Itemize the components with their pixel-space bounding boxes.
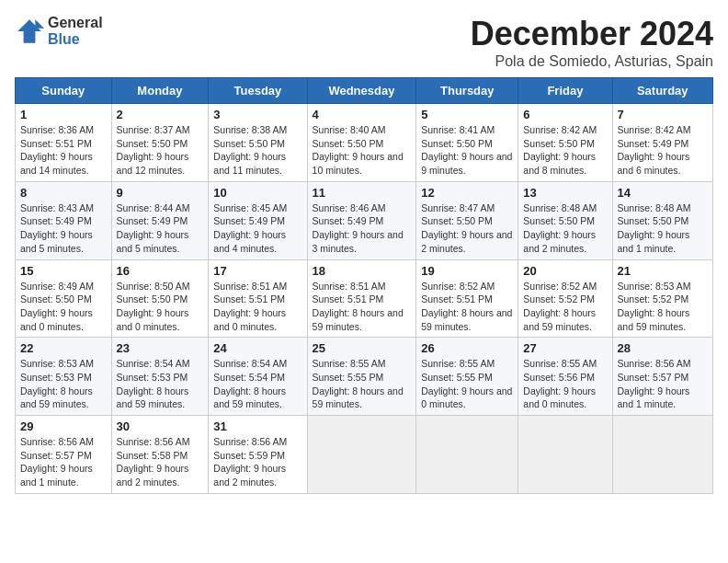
day-cell: 23 Sunrise: 8:54 AMSunset: 5:53 PMDaylig…: [111, 338, 209, 416]
day-info: Sunrise: 8:54 AMSunset: 5:53 PMDaylight:…: [117, 358, 190, 409]
day-number: 31: [213, 419, 301, 433]
day-info: Sunrise: 8:54 AMSunset: 5:54 PMDaylight:…: [213, 358, 287, 409]
day-cell: 30 Sunrise: 8:56 AMSunset: 5:58 PMDaylig…: [111, 416, 209, 494]
day-cell: [416, 416, 518, 494]
day-info: Sunrise: 8:43 AMSunset: 5:49 PMDaylight:…: [20, 202, 94, 254]
day-number: 30: [117, 419, 204, 433]
day-info: Sunrise: 8:53 AMSunset: 5:52 PMDaylight:…: [618, 281, 691, 332]
header-cell-wednesday: Wednesday: [307, 78, 416, 104]
day-info: Sunrise: 8:38 AMSunset: 5:50 PMDaylight:…: [213, 124, 287, 176]
day-cell: 13 Sunrise: 8:48 AMSunset: 5:50 PMDaylig…: [518, 181, 612, 259]
day-number: 14: [618, 186, 708, 200]
header: General Blue December 2024 Pola de Somie…: [15, 15, 713, 70]
day-cell: 3 Sunrise: 8:38 AMSunset: 5:50 PMDayligh…: [209, 104, 307, 182]
day-info: Sunrise: 8:52 AMSunset: 5:52 PMDaylight:…: [523, 281, 597, 332]
day-cell: 26 Sunrise: 8:55 AMSunset: 5:55 PMDaylig…: [416, 338, 518, 416]
day-info: Sunrise: 8:56 AMSunset: 5:57 PMDaylight:…: [618, 358, 691, 409]
header-cell-thursday: Thursday: [416, 78, 518, 104]
day-info: Sunrise: 8:55 AMSunset: 5:55 PMDaylight:…: [421, 358, 512, 409]
day-cell: 27 Sunrise: 8:55 AMSunset: 5:56 PMDaylig…: [518, 338, 612, 416]
logo: General Blue: [15, 15, 103, 48]
day-cell: 29 Sunrise: 8:56 AMSunset: 5:57 PMDaylig…: [16, 416, 112, 494]
day-number: 5: [421, 108, 513, 121]
day-number: 23: [117, 341, 204, 355]
title-area: December 2024 Pola de Somiedo, Asturias,…: [471, 15, 713, 70]
day-number: 24: [213, 341, 301, 355]
day-cell: [518, 416, 612, 494]
day-info: Sunrise: 8:50 AMSunset: 5:50 PMDaylight:…: [117, 281, 190, 332]
month-title: December 2024: [471, 15, 713, 53]
header-cell-tuesday: Tuesday: [209, 78, 307, 104]
day-number: 12: [421, 186, 513, 200]
day-cell: 17 Sunrise: 8:51 AMSunset: 5:51 PMDaylig…: [209, 259, 307, 338]
week-row-5: 29 Sunrise: 8:56 AMSunset: 5:57 PMDaylig…: [16, 416, 713, 494]
day-cell: 8 Sunrise: 8:43 AMSunset: 5:49 PMDayligh…: [16, 181, 112, 259]
location-title: Pola de Somiedo, Asturias, Spain: [471, 53, 713, 70]
logo-text: General Blue: [48, 15, 103, 48]
day-number: 3: [213, 108, 301, 121]
day-number: 21: [618, 264, 708, 278]
calendar-body: 1 Sunrise: 8:36 AMSunset: 5:51 PMDayligh…: [16, 104, 713, 494]
day-number: 11: [313, 186, 412, 200]
day-number: 1: [20, 108, 107, 121]
week-row-4: 22 Sunrise: 8:53 AMSunset: 5:53 PMDaylig…: [16, 338, 713, 416]
day-info: Sunrise: 8:55 AMSunset: 5:55 PMDaylight:…: [313, 358, 404, 409]
day-info: Sunrise: 8:48 AMSunset: 5:50 PMDaylight:…: [618, 202, 691, 254]
day-number: 9: [117, 186, 204, 200]
calendar-header: SundayMondayTuesdayWednesdayThursdayFrid…: [16, 78, 713, 104]
day-number: 4: [313, 108, 412, 121]
day-cell: 16 Sunrise: 8:50 AMSunset: 5:50 PMDaylig…: [111, 259, 209, 338]
day-cell: 22 Sunrise: 8:53 AMSunset: 5:53 PMDaylig…: [16, 338, 112, 416]
day-cell: 20 Sunrise: 8:52 AMSunset: 5:52 PMDaylig…: [518, 259, 612, 338]
logo-icon: [15, 17, 44, 46]
day-cell: 15 Sunrise: 8:49 AMSunset: 5:50 PMDaylig…: [16, 259, 112, 338]
day-cell: 1 Sunrise: 8:36 AMSunset: 5:51 PMDayligh…: [16, 104, 112, 182]
day-info: Sunrise: 8:42 AMSunset: 5:49 PMDaylight:…: [618, 124, 691, 176]
day-number: 18: [313, 264, 412, 278]
day-info: Sunrise: 8:49 AMSunset: 5:50 PMDaylight:…: [20, 281, 94, 332]
day-number: 25: [313, 341, 412, 355]
calendar-table: SundayMondayTuesdayWednesdayThursdayFrid…: [15, 77, 713, 494]
day-number: 28: [618, 341, 708, 355]
day-cell: 5 Sunrise: 8:41 AMSunset: 5:50 PMDayligh…: [416, 104, 518, 182]
day-info: Sunrise: 8:56 AMSunset: 5:58 PMDaylight:…: [117, 436, 190, 488]
header-cell-sunday: Sunday: [16, 78, 112, 104]
day-number: 2: [117, 108, 204, 121]
day-info: Sunrise: 8:52 AMSunset: 5:51 PMDaylight:…: [421, 281, 512, 332]
day-cell: 25 Sunrise: 8:55 AMSunset: 5:55 PMDaylig…: [307, 338, 416, 416]
day-cell: 10 Sunrise: 8:45 AMSunset: 5:49 PMDaylig…: [209, 181, 307, 259]
week-row-2: 8 Sunrise: 8:43 AMSunset: 5:49 PMDayligh…: [16, 181, 713, 259]
day-number: 6: [523, 108, 607, 121]
day-cell: 14 Sunrise: 8:48 AMSunset: 5:50 PMDaylig…: [612, 181, 712, 259]
day-info: Sunrise: 8:51 AMSunset: 5:51 PMDaylight:…: [313, 281, 404, 332]
day-info: Sunrise: 8:47 AMSunset: 5:50 PMDaylight:…: [421, 202, 512, 254]
day-cell: 24 Sunrise: 8:54 AMSunset: 5:54 PMDaylig…: [209, 338, 307, 416]
day-number: 19: [421, 264, 513, 278]
day-cell: 12 Sunrise: 8:47 AMSunset: 5:50 PMDaylig…: [416, 181, 518, 259]
day-number: 17: [213, 264, 301, 278]
day-info: Sunrise: 8:56 AMSunset: 5:57 PMDaylight:…: [20, 436, 94, 488]
day-cell: 31 Sunrise: 8:56 AMSunset: 5:59 PMDaylig…: [209, 416, 307, 494]
day-number: 8: [20, 186, 107, 200]
day-cell: [612, 416, 712, 494]
day-cell: 28 Sunrise: 8:56 AMSunset: 5:57 PMDaylig…: [612, 338, 712, 416]
day-info: Sunrise: 8:51 AMSunset: 5:51 PMDaylight:…: [213, 281, 287, 332]
header-cell-monday: Monday: [111, 78, 209, 104]
day-number: 26: [421, 341, 513, 355]
day-info: Sunrise: 8:40 AMSunset: 5:50 PMDaylight:…: [313, 124, 404, 176]
header-cell-friday: Friday: [518, 78, 612, 104]
week-row-1: 1 Sunrise: 8:36 AMSunset: 5:51 PMDayligh…: [16, 104, 713, 182]
day-info: Sunrise: 8:55 AMSunset: 5:56 PMDaylight:…: [523, 358, 597, 409]
day-number: 15: [20, 264, 107, 278]
svg-marker-1: [35, 19, 44, 29]
day-number: 29: [20, 419, 107, 433]
day-number: 27: [523, 341, 607, 355]
day-cell: 6 Sunrise: 8:42 AMSunset: 5:50 PMDayligh…: [518, 104, 612, 182]
day-cell: 9 Sunrise: 8:44 AMSunset: 5:49 PMDayligh…: [111, 181, 209, 259]
day-info: Sunrise: 8:53 AMSunset: 5:53 PMDaylight:…: [20, 358, 94, 409]
day-cell: 7 Sunrise: 8:42 AMSunset: 5:49 PMDayligh…: [612, 104, 712, 182]
day-info: Sunrise: 8:42 AMSunset: 5:50 PMDaylight:…: [523, 124, 597, 176]
day-info: Sunrise: 8:46 AMSunset: 5:49 PMDaylight:…: [313, 202, 404, 254]
day-number: 10: [213, 186, 301, 200]
day-cell: 19 Sunrise: 8:52 AMSunset: 5:51 PMDaylig…: [416, 259, 518, 338]
